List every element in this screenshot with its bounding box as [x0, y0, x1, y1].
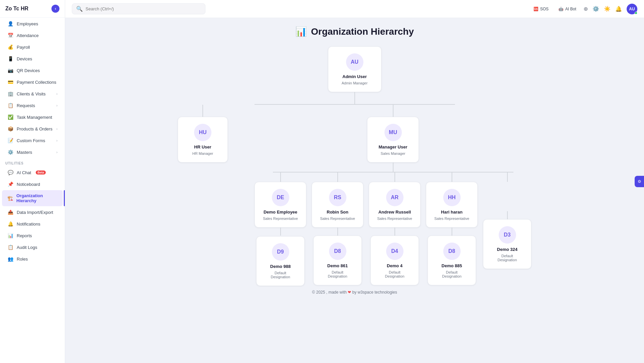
node-andrew-russell[interactable]: AR Andrew Russell Sales Representative: [369, 182, 421, 228]
sidebar-item-custom-forms[interactable]: 📝 Custom Forms ›: [2, 135, 63, 146]
sidebar-item-label: Devices: [17, 56, 32, 61]
online-indicator: [635, 12, 637, 14]
sidebar-item-notifications[interactable]: 🔔 Notifications: [2, 218, 63, 230]
app-title: Zo Tc HR: [5, 6, 28, 12]
node-hr-user[interactable]: HU HR User HR Manager: [178, 117, 228, 162]
sidebar-item-label: Audit Logs: [17, 245, 37, 250]
footer-text: © 2025 , made with ❤ by w3space technolo…: [312, 290, 397, 295]
sidebar-item-products-orders[interactable]: 📦 Products & Orders ›: [2, 123, 63, 134]
node-robin-son[interactable]: RS Robin Son Sales Representative: [312, 182, 363, 228]
footer: © 2025 , made with ❤ by w3space technolo…: [76, 286, 633, 299]
node-demo-861[interactable]: D8 Demo 861 Default Designation: [313, 236, 362, 285]
connector-v-mu-down: [393, 162, 393, 172]
topbar: 🔍 🆘 SOS 🤖 AI Bot ⊕ ⚙️ ☀️ 🔔 AU: [65, 0, 644, 18]
roles-icon: 👥: [7, 256, 13, 262]
node-name: Demo Employee: [264, 210, 297, 215]
masters-icon: ⚙️: [7, 149, 13, 155]
sidebar-item-payroll[interactable]: 💰 Payroll: [2, 41, 63, 53]
node-avatar: D4: [386, 243, 404, 260]
sidebar-item-clients-visits[interactable]: 🏢 Clients & Visits ›: [2, 88, 63, 99]
content-area: 📊 Organization Hierarchy AU Admin User A…: [65, 18, 644, 363]
chevron-right-icon: ›: [56, 139, 57, 142]
node-name: Demo 4: [387, 263, 402, 268]
side-panel-button[interactable]: ⚙: [635, 176, 644, 187]
payment-collections-icon: 💳: [7, 79, 13, 85]
bell-icon[interactable]: 🔔: [615, 6, 622, 12]
node-hari-haran[interactable]: HH Hari haran Sales Representative: [426, 182, 478, 228]
user-avatar[interactable]: AU: [627, 4, 637, 14]
node-role: Sales Representative: [263, 217, 298, 221]
de-branch: DE Demo Employee Sales Representative D9…: [255, 172, 306, 286]
sidebar-item-roles[interactable]: 👥 Roles: [2, 253, 63, 265]
node-demo-988[interactable]: D9 Demo 988 Default Designation: [256, 236, 305, 286]
node-demo-324[interactable]: D3 Demo 324 Default Designation: [483, 219, 531, 269]
sidebar-section-utilities: UTILITIES 💬 AI Chat Beta 📌 Noticeboard 🏗…: [0, 158, 65, 265]
sidebar-collapse-button[interactable]: ‹: [51, 5, 59, 13]
sidebar-item-qr-devices[interactable]: 📷 QR Devices: [2, 65, 63, 76]
sidebar-item-data-import-export[interactable]: 📤 Data Import/Export: [2, 207, 63, 218]
page-title: 📊 Organization Hierarchy: [76, 26, 633, 37]
sidebar-item-organization-hierarchy[interactable]: 🏗️ Organization Hierarchy: [2, 190, 63, 206]
mu-branch: MU Manager User Sales Manager: [255, 105, 531, 286]
node-role: Sales Manager: [381, 151, 406, 155]
connector-h-level1: [255, 104, 455, 105]
org-hierarchy-icon: 🏗️: [7, 196, 13, 201]
sos-button[interactable]: 🆘 SOS: [531, 5, 551, 13]
ai-bot-button[interactable]: 🤖 AI Bot: [556, 5, 579, 13]
search-input[interactable]: [86, 6, 201, 11]
node-demo-4[interactable]: D4 Demo 4 Default Designation: [370, 236, 419, 285]
sidebar: Zo Tc HR ‹ 👤 Employees 📅 Attendance 💰 Pa…: [0, 0, 65, 363]
level-1-row: HU HR User HR Manager MU Manager User Sa…: [178, 105, 531, 286]
user-initials: AU: [629, 7, 635, 11]
node-name: Demo 885: [442, 263, 462, 268]
level-2-row: DE Demo Employee Sales Representative D9…: [255, 172, 531, 286]
sidebar-item-requests[interactable]: 📋 Requests ›: [2, 100, 63, 111]
node-role: Sales Representative: [434, 217, 469, 221]
node-role: Default Designation: [436, 270, 468, 278]
sidebar-item-payment-collections[interactable]: 💳 Payment Collections: [2, 76, 63, 88]
sidebar-item-audit-logs[interactable]: 📋 Audit Logs: [2, 242, 63, 253]
heart-icon: ❤: [348, 290, 351, 295]
sidebar-item-label: Reports: [17, 233, 32, 238]
sidebar-item-label: AI Chat: [17, 170, 31, 175]
sidebar-item-devices[interactable]: 📱 Devices: [2, 53, 63, 64]
sidebar-item-employees[interactable]: 👤 Employees: [2, 18, 63, 29]
search-box[interactable]: 🔍: [72, 3, 205, 14]
node-role: HR Manager: [192, 151, 213, 155]
chevron-right-icon: ›: [56, 127, 57, 131]
sidebar-item-label: Products & Orders: [17, 126, 52, 131]
sos-label: SOS: [540, 7, 548, 11]
chevron-right-icon: ›: [56, 150, 57, 154]
attendance-icon: 📅: [7, 33, 13, 38]
sidebar-item-ai-chat[interactable]: 💬 AI Chat Beta: [2, 167, 63, 178]
node-name: Hari haran: [441, 210, 462, 215]
node-name: Andrew Russell: [378, 210, 411, 215]
node-avatar: MU: [384, 124, 402, 141]
node-demo-employee[interactable]: DE Demo Employee Sales Representative: [255, 182, 306, 228]
node-manager-user[interactable]: MU Manager User Sales Manager: [367, 117, 419, 162]
connector-v-hh: [452, 172, 452, 182]
settings-icon[interactable]: ⚙️: [593, 6, 599, 12]
theme-icon[interactable]: ☀️: [604, 6, 611, 12]
sidebar-item-noticeboard[interactable]: 📌 Noticeboard: [2, 178, 63, 190]
sidebar-item-reports[interactable]: 📊 Reports: [2, 230, 63, 241]
node-demo-885[interactable]: D8 Demo 885 Default Designation: [428, 236, 476, 285]
node-role: Sales Representative: [320, 217, 355, 221]
connector-v-root: [354, 92, 355, 104]
add-icon[interactable]: ⊕: [584, 6, 588, 12]
chevron-right-icon: ›: [56, 104, 57, 107]
sidebar-item-attendance[interactable]: 📅 Attendance: [2, 30, 63, 41]
node-name: Demo 861: [327, 263, 348, 268]
node-avatar: HH: [443, 189, 461, 206]
node-avatar: D9: [272, 243, 289, 261]
sidebar-item-masters[interactable]: ⚙️ Masters ›: [2, 146, 63, 158]
sidebar-item-task-management[interactable]: ✅ Task Management: [2, 111, 63, 123]
devices-icon: 📱: [7, 56, 13, 61]
sidebar-item-label: QR Devices: [17, 68, 40, 73]
node-name: Demo 324: [497, 247, 517, 252]
sidebar-item-label: Custom Forms: [17, 138, 45, 143]
node-avatar: HU: [194, 124, 211, 141]
node-admin-user[interactable]: AU Admin User Admin Manager: [328, 46, 381, 92]
sidebar-item-label: Roles: [17, 257, 28, 262]
custom-forms-icon: 📝: [7, 138, 13, 143]
